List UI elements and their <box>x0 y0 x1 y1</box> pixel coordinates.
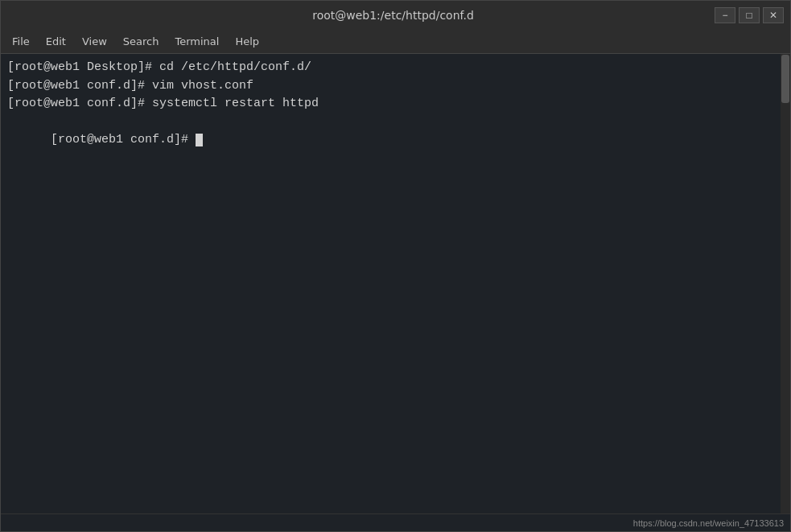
terminal-cursor <box>196 134 203 146</box>
close-button[interactable]: ✕ <box>763 7 784 23</box>
terminal-line-4: [root@web1 conf.d]# <box>7 113 784 168</box>
window-title: root@web1:/etc/httpd/conf.d <box>72 9 715 22</box>
terminal-window: root@web1:/etc/httpd/conf.d − □ ✕ File E… <box>0 0 791 532</box>
status-url: https://blog.csdn.net/weixin_47133613 <box>633 518 784 528</box>
terminal-line-2: [root@web1 conf.d]# vim vhost.conf <box>7 77 784 96</box>
menu-bar: File Edit View Search Terminal Help <box>1 30 790 54</box>
menu-terminal[interactable]: Terminal <box>167 32 227 51</box>
minimize-button[interactable]: − <box>715 7 735 23</box>
status-bar: https://blog.csdn.net/weixin_47133613 <box>1 513 790 531</box>
scrollbar-thumb[interactable] <box>781 55 789 103</box>
terminal-body[interactable]: [root@web1 Desktop]# cd /etc/httpd/conf.… <box>1 54 790 513</box>
scrollbar[interactable] <box>781 54 790 513</box>
menu-search[interactable]: Search <box>115 32 167 51</box>
terminal-prompt: [root@web1 conf.d]# <box>51 133 196 146</box>
title-bar: root@web1:/etc/httpd/conf.d − □ ✕ <box>1 1 790 30</box>
maximize-button[interactable]: □ <box>739 7 760 23</box>
window-controls: − □ ✕ <box>715 7 784 23</box>
menu-edit[interactable]: Edit <box>38 32 74 51</box>
terminal-line-1: [root@web1 Desktop]# cd /etc/httpd/conf.… <box>7 59 784 77</box>
menu-file[interactable]: File <box>4 32 38 51</box>
terminal-line-3: [root@web1 conf.d]# systemctl restart ht… <box>7 95 784 113</box>
menu-view[interactable]: View <box>74 32 115 51</box>
menu-help[interactable]: Help <box>227 32 267 51</box>
